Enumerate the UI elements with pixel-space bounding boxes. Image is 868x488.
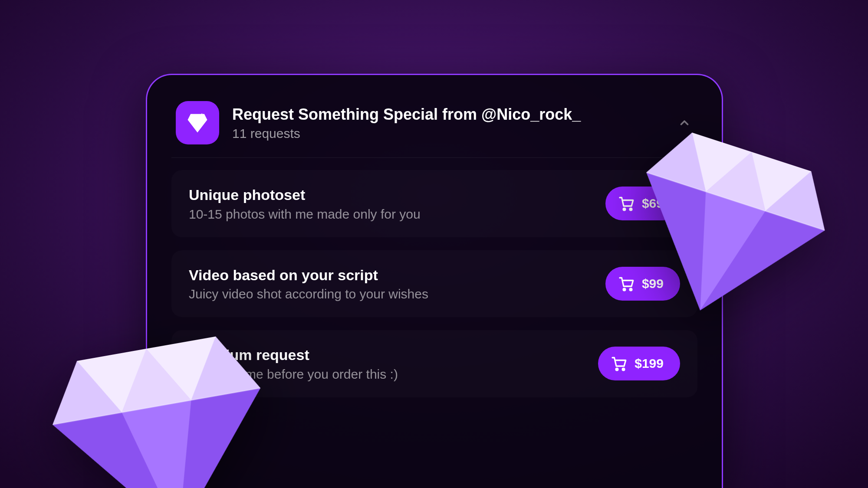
buy-button[interactable]: $69 xyxy=(605,187,680,220)
collapse-toggle[interactable] xyxy=(676,114,693,131)
request-text: Video based on your script Juicy video s… xyxy=(189,266,595,302)
request-text: Premium request Message me before you or… xyxy=(189,346,588,382)
requests-card: Request Something Special from @Nico_roc… xyxy=(146,74,723,488)
svg-point-0 xyxy=(623,208,625,210)
cart-icon xyxy=(618,276,634,291)
cart-icon xyxy=(611,356,627,371)
svg-marker-11 xyxy=(736,152,811,221)
svg-marker-21 xyxy=(77,349,157,419)
request-row: Unique photoset 10-15 photos with me mad… xyxy=(171,170,697,237)
card-header: Request Something Special from @Nico_roc… xyxy=(171,96,697,158)
cart-icon xyxy=(618,196,634,211)
request-text: Unique photoset 10-15 photos with me mad… xyxy=(189,186,595,222)
price-label: $69 xyxy=(642,196,664,211)
request-title: Unique photoset xyxy=(189,186,595,204)
svg-point-5 xyxy=(622,368,625,370)
svg-point-1 xyxy=(630,208,632,210)
price-label: $199 xyxy=(635,356,664,371)
svg-point-4 xyxy=(616,368,618,370)
card-title: Request Something Special from @Nico_roc… xyxy=(232,105,663,125)
header-text: Request Something Special from @Nico_roc… xyxy=(232,105,663,141)
svg-marker-19 xyxy=(43,355,122,425)
card-subtitle: 11 requests xyxy=(232,126,663,141)
request-title: Video based on your script xyxy=(189,266,595,285)
request-row: Video based on your script Juicy video s… xyxy=(171,250,697,318)
price-label: $99 xyxy=(642,276,664,291)
request-row: Premium request Message me before you or… xyxy=(171,330,697,397)
request-description: Juicy video shot according to your wishe… xyxy=(189,287,595,301)
svg-point-2 xyxy=(623,288,625,291)
svg-marker-9 xyxy=(765,161,841,230)
request-list: Unique photoset 10-15 photos with me mad… xyxy=(171,170,697,397)
buy-button[interactable]: $199 xyxy=(598,347,680,380)
request-description: Message me before you order this :) xyxy=(189,367,588,382)
diamond-sparkle-icon xyxy=(176,101,219,144)
buy-button[interactable]: $99 xyxy=(605,267,680,301)
chevron-up-icon xyxy=(678,116,691,129)
request-title: Premium request xyxy=(189,346,588,364)
request-description: 10-15 photos with me made only for you xyxy=(189,207,595,222)
svg-point-3 xyxy=(630,288,632,291)
